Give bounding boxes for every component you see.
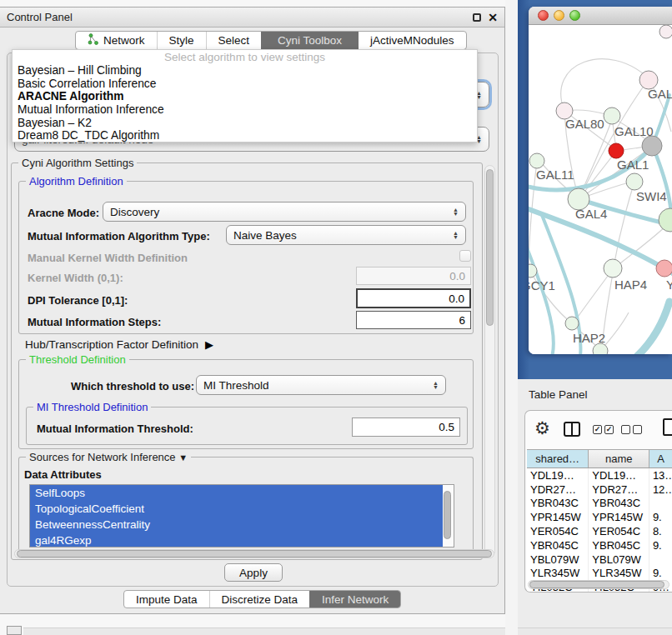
attribute-item-betweennesscentrality[interactable]: BetweennessCentrality <box>30 517 443 532</box>
settings-hscroll-thumb[interactable] <box>17 550 492 558</box>
zoom-traffic-light-icon[interactable] <box>569 10 580 21</box>
algorithm-option-aracne-algorithm[interactable]: ARACNE Algorithm <box>13 90 477 103</box>
dpi-tolerance-field[interactable]: 0.0 <box>356 288 471 308</box>
network-node-hap4[interactable] <box>604 259 622 278</box>
table-cell: YBR043C <box>589 497 649 511</box>
sources-group: Sources for Network Inference ▼ Data Att… <box>18 457 474 555</box>
gear-icon[interactable]: ⚙ <box>534 419 550 438</box>
network-node-gal10[interactable] <box>604 108 620 124</box>
table-browser-window: ⚙ ✓ ✓ shared…nameA YDL19…YDL19…13…YDR27…… <box>524 410 672 592</box>
tab-label: Network <box>103 34 145 47</box>
algorithm-popup-placeholder: Select algorithm to view settings <box>13 50 477 64</box>
table-cell: YDL19… <box>527 468 589 482</box>
attribute-item-topologicalcoefficient[interactable]: TopologicalCoefficient <box>30 501 443 517</box>
panel-divider[interactable]: ◂▸ <box>505 0 518 635</box>
split-view-icon[interactable] <box>564 422 580 437</box>
which-threshold-combobox[interactable]: MI Threshold ▲▼ <box>196 375 446 395</box>
network-node-swi4[interactable] <box>626 173 643 190</box>
tab-impute-data[interactable]: Impute Data <box>124 591 209 608</box>
float-window-icon[interactable] <box>473 13 481 22</box>
mi-type-value: Naive Bayes <box>233 229 297 242</box>
algorithm-option-mutual-information-inference[interactable]: Mutual Information Inference <box>13 103 477 117</box>
kernel-width-field[interactable]: 0.0 <box>356 267 471 285</box>
settings-vscroll-thumb[interactable] <box>486 169 494 326</box>
network-node[interactable] <box>642 136 662 156</box>
tab-infer-network[interactable]: Infer Network <box>309 591 400 608</box>
collapsed-panel-button[interactable] <box>7 626 22 635</box>
node-label-hap4: HAP4 <box>614 278 647 292</box>
attribute-item-gal4rgexp[interactable]: gal4RGexp <box>30 532 443 548</box>
tab-network[interactable]: Network <box>76 32 157 49</box>
table-cell: YLR345W <box>527 567 589 581</box>
hub-definition-label: Hub/Transcription Factor Definition <box>25 338 198 351</box>
table-row[interactable]: YER054CYER054C8. <box>527 524 672 538</box>
network-node-gal1[interactable] <box>609 143 624 158</box>
network-node-hap2[interactable] <box>565 317 579 330</box>
settings-horizontal-scrollbar[interactable] <box>14 549 494 558</box>
apply-button[interactable]: Apply <box>224 563 283 582</box>
node-label-gal: GAL <box>648 87 672 101</box>
table-row[interactable]: YBR043CYBR043C <box>527 497 672 511</box>
table-hscroll-thumb[interactable] <box>529 581 664 588</box>
control-panel-titlebar: Control Panel ✕ <box>0 8 504 28</box>
tab-jactivemnodules[interactable]: jActiveMNodules <box>358 32 466 49</box>
tab-discretize-data[interactable]: Discretize Data <box>209 591 310 608</box>
minimize-traffic-light-icon[interactable] <box>554 10 564 21</box>
algorithm-option-basic-correlation-inference[interactable]: Basic Correlation Inference <box>13 78 477 91</box>
manual-kernel-checkbox[interactable] <box>459 250 471 262</box>
network-node[interactable] <box>659 208 672 232</box>
network-node[interactable] <box>659 25 672 38</box>
table-row[interactable]: YDL19…YDL19…13… <box>527 468 672 482</box>
mi-type-combobox[interactable]: Naive Bayes ▲▼ <box>226 225 466 245</box>
checked-checkbox-icon[interactable]: ✓ <box>604 425 614 434</box>
node-label-gcy1: GCY1 <box>529 278 555 292</box>
combobox-stepper-icon: ▲▼ <box>433 381 439 389</box>
checked-checkbox-icon[interactable]: ✓ <box>593 425 602 434</box>
column-header-shared[interactable]: shared… <box>527 450 589 468</box>
settings-vertical-scrollbar[interactable] <box>484 165 495 557</box>
algorithm-option-dream8-dc-tdc-algorithm[interactable]: Dream8 DC_TDC Algorithm <box>13 129 477 142</box>
aracne-mode-combobox[interactable]: Discovery ▲▼ <box>103 202 466 222</box>
expand-right-icon[interactable]: ▶ <box>205 338 213 351</box>
unchecked-checkbox-icon[interactable] <box>633 425 642 434</box>
close-traffic-light-icon[interactable] <box>538 10 549 21</box>
tab-cyni-toolbox[interactable]: Cyni Toolbox <box>261 32 358 49</box>
table-horizontal-scrollbar[interactable] <box>528 580 669 589</box>
table-row[interactable]: YBR045CYBR045C9. <box>527 538 672 552</box>
node-label-gal4: GAL4 <box>575 207 607 221</box>
close-icon[interactable]: ✕ <box>488 13 498 22</box>
network-node-gal11[interactable] <box>529 153 544 168</box>
algorithm-option-bayesian-k2[interactable]: Bayesian – K2 <box>13 117 477 130</box>
mi-steps-field[interactable]: 6 <box>356 311 471 329</box>
mi-threshold-field[interactable]: 0.5 <box>352 418 460 437</box>
document-icon[interactable] <box>663 418 672 436</box>
tab-label: Style <box>169 34 194 47</box>
table-row[interactable]: YLR345WYLR345W9. <box>527 567 672 581</box>
hub-definition-section[interactable]: Hub/Transcription Factor Definition ▶ <box>25 338 213 351</box>
column-header-a[interactable]: A <box>649 450 672 468</box>
unchecked-checkbox-icon[interactable] <box>621 425 630 434</box>
network-node-y[interactable] <box>656 260 672 277</box>
table-row[interactable]: YDR27…YDR27…12… <box>527 482 672 497</box>
list-scrollbar-thumb[interactable] <box>444 491 451 539</box>
algorithm-option-bayesian-hill-climbing[interactable]: Bayesian – Hill Climbing <box>13 64 477 78</box>
column-header-name[interactable]: name <box>589 450 649 468</box>
collapse-down-icon[interactable]: ▼ <box>178 452 188 462</box>
table-cell: YDR27… <box>527 482 589 497</box>
table-cell: 12… <box>649 482 672 497</box>
cyni-algorithm-settings-group: Cyni Algorithm Settings Algorithm Defini… <box>11 162 483 560</box>
data-attributes-list[interactable]: SelfLoopsTopologicalCoefficientBetweenne… <box>29 484 454 548</box>
table-row[interactable]: YPR145WYPR145W9. <box>527 510 672 524</box>
list-scrollbar-track[interactable] <box>443 486 453 546</box>
network-node[interactable] <box>593 343 608 354</box>
tab-style[interactable]: Style <box>157 32 206 49</box>
table-row[interactable]: YBL079WYBL079W <box>527 552 672 567</box>
table-cell <box>649 497 672 511</box>
algorithm-definition-group: Algorithm Definition Aracne Mode: Discov… <box>18 181 474 334</box>
tab-select[interactable]: Select <box>206 32 262 49</box>
attribute-item-selfloops[interactable]: SelfLoops <box>30 485 443 501</box>
network-window-titlebar[interactable] <box>529 7 672 25</box>
tab-label: Infer Network <box>322 593 389 606</box>
aracne-mode-label: Aracne Mode: <box>28 207 99 219</box>
network-canvas[interactable]: GALGAL80GAL10GAL1GAL11SWI4GAL4GCY1HAP4YH… <box>529 25 672 354</box>
